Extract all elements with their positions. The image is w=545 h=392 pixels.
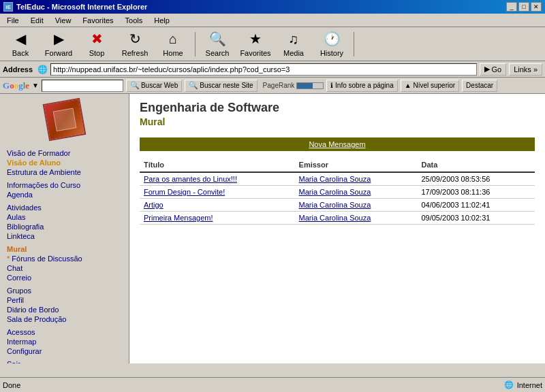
sidebar-item-foruns[interactable]: * Fóruns de Discussão [7, 254, 122, 263]
message-author-link-0[interactable]: Maria Carolina Souza [299, 175, 371, 183]
favorites-button[interactable]: ★ Favorites [238, 29, 273, 59]
sidebar-item-perfil[interactable]: Perfil [7, 295, 122, 305]
message-author-link-2[interactable]: Maria Carolina Souza [299, 201, 371, 209]
sidebar-item-visao-formador[interactable]: Visão de Formador [7, 148, 122, 158]
title-bar: IE TelEduc - Microsoft Internet Explorer… [0, 0, 545, 14]
history-icon: 🕐 [324, 31, 341, 47]
logo-inner [52, 108, 76, 131]
back-button[interactable]: ◀ Back [3, 29, 38, 59]
table-row: Artigo Maria Carolina Souza 04/06/2003 1… [140, 199, 535, 212]
minimize-button[interactable]: _ [506, 2, 517, 12]
menu-help[interactable]: Help [150, 15, 174, 26]
sidebar-item-agenda[interactable]: Agenda [7, 190, 122, 199]
stop-button[interactable]: ✖ Stop [79, 29, 114, 59]
menu-file[interactable]: File [3, 15, 23, 26]
refresh-button[interactable]: ↻ Refresh [117, 29, 153, 59]
google-search-web-button[interactable]: 🔍 Buscar Web [126, 80, 182, 92]
sidebar-item-sair[interactable]: Sair [7, 359, 122, 363]
sidebar-item-correio[interactable]: Correio [7, 273, 122, 282]
links-button[interactable]: Links » [509, 63, 542, 76]
page-subtitle: Mural [140, 116, 279, 127]
table-row: Forum Design - Convite! Maria Carolina S… [140, 186, 535, 199]
sidebar-item-linkteca[interactable]: Linkteca [7, 231, 122, 241]
stop-icon: ✖ [91, 31, 103, 47]
go-button[interactable]: ▶ Go [480, 63, 506, 76]
pagerank-bar [296, 82, 324, 89]
sidebar-item-aulas[interactable]: Aulas [7, 212, 122, 222]
sidebar-item-bibliografia[interactable]: Bibliografia [7, 222, 122, 231]
info-label: Info sobre a página [335, 82, 394, 89]
cell-author: Maria Carolina Souza [295, 199, 418, 212]
toolbar: ◀ Back ▶ Forward ✖ Stop ↻ Refresh ⌂ Home… [0, 27, 545, 61]
nivel-button[interactable]: ▲ Nível superior [401, 80, 459, 92]
nova-mensagem-link[interactable]: Nova Mensagem [309, 140, 365, 148]
google-search-input[interactable] [42, 80, 123, 92]
sidebar-item-estrutura[interactable]: Estrutura de Ambiente [7, 167, 122, 177]
menu-tools[interactable]: Tools [121, 15, 147, 26]
sidebar-item-grupos[interactable]: Grupos [7, 286, 122, 295]
home-button[interactable]: ⌂ Home [155, 29, 191, 59]
forward-icon: ▶ [54, 31, 64, 47]
sidebar-item-sala[interactable]: Sala de Produção [7, 314, 122, 324]
content-area: Engenharia de Software Mural Ajuda Nova … [129, 94, 545, 363]
google-search-site-button[interactable]: 🔍 Buscar neste Site [185, 80, 257, 92]
table-row: Primeira Mensagem! Maria Carolina Souza … [140, 212, 535, 225]
maximize-button[interactable]: □ [518, 2, 529, 12]
cell-date: 25/09/2003 08:53:56 [417, 172, 535, 186]
sidebar-item-diario[interactable]: Diário de Bordo [7, 305, 122, 314]
favorites-icon: ★ [249, 31, 262, 47]
address-bar: Address 🌐 ▶ Go Links » [0, 61, 545, 78]
teleduc-logo [43, 98, 87, 142]
back-label: Back [12, 49, 29, 57]
search-button[interactable]: 🔍 Search [200, 29, 235, 59]
history-button[interactable]: 🕐 History [314, 29, 349, 59]
google-site-icon: 🔍 [189, 81, 198, 90]
table-row: Para os amantes do Linux!!! Maria Caroli… [140, 172, 535, 186]
sidebar-item-mural[interactable]: Mural [7, 244, 122, 254]
status-text: Done [3, 381, 20, 389]
sidebar-item-chat[interactable]: Chat [7, 263, 122, 273]
message-title-link-1[interactable]: Forum Design - Convite! [144, 188, 225, 196]
sidebar-item-intermap[interactable]: Intermap [7, 337, 122, 346]
message-title-link-3[interactable]: Primeira Mensagem! [144, 214, 213, 222]
go-icon: ▶ [484, 65, 490, 74]
window-title: TelEduc - Microsoft Internet Explorer [16, 3, 147, 11]
info-icon: ℹ [330, 82, 333, 89]
message-author-link-1[interactable]: Maria Carolina Souza [299, 188, 371, 196]
message-title-link-0[interactable]: Para os amantes do Linux!!! [144, 175, 237, 183]
sidebar-item-visao-aluno[interactable]: Visão de Aluno [7, 158, 122, 167]
links-label: Links » [514, 65, 538, 74]
sidebar-item-configurar[interactable]: Configurar [7, 346, 122, 356]
destacar-button[interactable]: Destacar [462, 80, 497, 92]
cell-author: Maria Carolina Souza [295, 172, 418, 186]
cell-title: Forum Design - Convite! [140, 186, 295, 199]
col-titulo: Título [140, 158, 295, 172]
status-right: 🌐 Internet [504, 380, 542, 389]
message-title-link-2[interactable]: Artigo [144, 201, 164, 209]
menu-favorites[interactable]: Favorites [78, 15, 117, 26]
info-button[interactable]: ℹ Info sobre a página [326, 80, 397, 92]
address-label: Address [3, 65, 33, 74]
forward-button[interactable]: ▶ Forward [41, 29, 76, 59]
star-icon: * [7, 255, 10, 263]
search-label: Search [206, 49, 230, 57]
sidebar-item-atividades[interactable]: Atividades [7, 203, 122, 212]
window-controls: _ □ ✕ [506, 2, 542, 12]
media-button[interactable]: ♫ Media [276, 29, 311, 59]
google-dropdown-icon: ▼ [32, 82, 39, 89]
address-input[interactable] [50, 63, 477, 76]
sidebar-nav: Visão de Formador Visão de Aluno Estrutu… [0, 145, 129, 363]
google-web-label: Buscar Web [141, 82, 178, 89]
toolbar-separator-1 [195, 32, 196, 56]
menu-view[interactable]: View [51, 15, 76, 26]
message-author-link-3[interactable]: Maria Carolina Souza [299, 214, 371, 222]
close-button[interactable]: ✕ [531, 2, 542, 12]
media-label: Media [283, 49, 304, 57]
menu-edit[interactable]: Edit [27, 15, 48, 26]
cell-date: 17/09/2003 08:11:36 [417, 186, 535, 199]
sidebar-item-informacoes[interactable]: Informações do Curso [7, 180, 122, 190]
history-label: History [320, 49, 343, 57]
toolbar-separator-2 [354, 32, 354, 56]
favorites-label: Favorites [240, 49, 270, 57]
sidebar-item-acessos[interactable]: Acessos [7, 327, 122, 337]
